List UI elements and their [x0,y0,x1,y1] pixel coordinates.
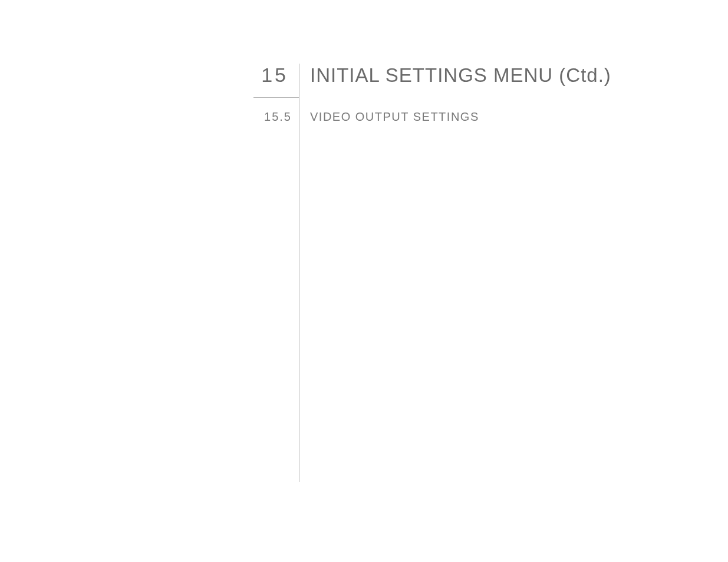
chapter-title-cell: INITIAL SETTINGS MENU (Ctd.) [299,64,611,97]
vertical-rule [253,134,299,482]
section-header-row: 15.5 VIDEO OUTPUT SETTINGS [253,110,693,134]
chapter-header-row: 15 INITIAL SETTINGS MENU (Ctd.) [253,64,693,97]
divider-right [299,97,693,110]
chapter-title: INITIAL SETTINGS MENU (Ctd.) [310,64,611,86]
page-content: 15 INITIAL SETTINGS MENU (Ctd.) 15.5 VID… [253,64,693,482]
section-number: 15.5 [264,110,292,123]
section-title-cell: VIDEO OUTPUT SETTINGS [299,110,479,134]
chapter-number-cell: 15 [253,64,299,97]
chapter-number: 15 [261,64,288,86]
divider-row [253,97,693,110]
vertical-rule-tail [253,134,693,482]
section-title: VIDEO OUTPUT SETTINGS [310,110,479,123]
section-number-cell: 15.5 [253,110,299,134]
divider-left [253,97,299,110]
